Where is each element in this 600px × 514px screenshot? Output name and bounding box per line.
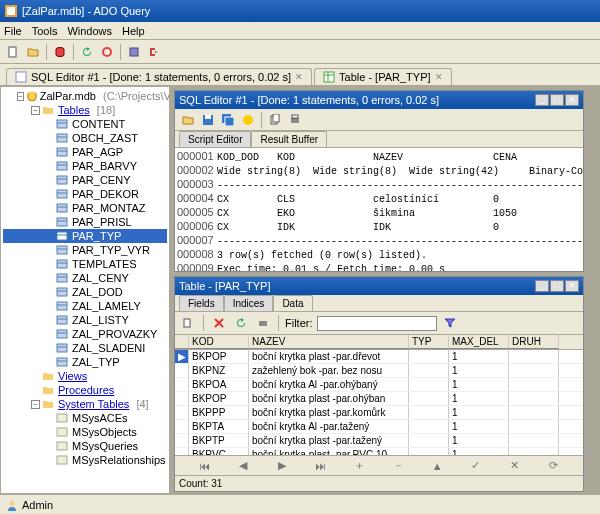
table-toolbar: Filter: — [175, 312, 583, 335]
maximize-icon[interactable]: □ — [550, 94, 564, 106]
menu-windows[interactable]: Windows — [67, 25, 112, 37]
close-icon[interactable]: ✕ — [435, 72, 443, 82]
next-icon[interactable]: ▶ — [272, 459, 292, 472]
tab-table-partyp[interactable]: Table - [PAR_TYP] ✕ — [314, 68, 452, 85]
print-icon[interactable] — [254, 314, 272, 332]
table-row[interactable]: BKPTAboční krytka Al -par.tažený1 — [175, 420, 583, 434]
table-row[interactable]: BKPNZzažehlený bok -par. bez nosu1 — [175, 364, 583, 378]
db-tree[interactable]: −ZalPar.mdb (C:\Projects\Vekra\ −Tables … — [0, 86, 170, 494]
result-buffer[interactable]: 000001KOD_DOD KOD NAZEV CENA 000002Wide … — [175, 148, 583, 271]
systables-count: [4] — [136, 398, 148, 410]
first-icon[interactable]: ⏮ — [194, 460, 214, 472]
tree-table-item[interactable]: PAR_BARVY — [3, 159, 167, 173]
tree-table-item[interactable]: OBCH_ZAST — [3, 131, 167, 145]
tree-table-item[interactable]: ZAL_PROVAZKY — [3, 327, 167, 341]
tree-procedures-node[interactable]: Procedures — [3, 383, 167, 397]
subtab-data[interactable]: Data — [273, 295, 312, 311]
refresh-icon[interactable]: ⟳ — [544, 459, 564, 472]
menu-help[interactable]: Help — [122, 25, 145, 37]
cancel-icon[interactable]: ✕ — [505, 459, 525, 472]
refresh-icon[interactable] — [232, 314, 250, 332]
tree-table-item[interactable]: PAR_TYP_VYR — [3, 243, 167, 257]
prev-icon[interactable]: ◀ — [233, 459, 253, 472]
tab-sql-editor[interactable]: SQL Editor #1 - [Done: 1 statements, 0 e… — [6, 68, 312, 85]
table-name: ZAL_TYP — [72, 356, 120, 368]
table-window-titlebar[interactable]: Table - [PAR_TYP] _□✕ — [175, 277, 583, 295]
print-icon[interactable] — [286, 111, 304, 129]
statusbar: Admin — [0, 494, 600, 514]
close-icon[interactable]: ✕ — [565, 94, 579, 106]
tree-db-node[interactable]: −ZalPar.mdb (C:\Projects\Vekra\ — [3, 89, 167, 103]
tree-table-item[interactable]: CONTENT — [3, 117, 167, 131]
settings-icon[interactable] — [125, 43, 143, 61]
table-name: ZAL_SLADENI — [72, 342, 145, 354]
tree-table-item[interactable]: PAR_DEKOR — [3, 187, 167, 201]
tree-views-node[interactable]: Views — [3, 369, 167, 383]
svg-rect-33 — [57, 274, 67, 282]
col-header[interactable]: DRUH — [509, 335, 559, 349]
tree-table-item[interactable]: ZAL_LAMELY — [3, 299, 167, 313]
svg-rect-6 — [16, 72, 26, 82]
copy-icon[interactable] — [266, 111, 284, 129]
col-header[interactable]: MAX_DEL — [449, 335, 509, 349]
tree-table-item[interactable]: ZAL_CENY — [3, 271, 167, 285]
tree-table-item[interactable]: ZAL_LISTY — [3, 313, 167, 327]
grid-body[interactable]: ▶BKPOPboční krytka plast -par.dřevot1BKP… — [175, 350, 583, 455]
filter-apply-icon[interactable] — [441, 314, 459, 332]
open-icon[interactable] — [179, 111, 197, 129]
col-header[interactable]: TYP — [409, 335, 449, 349]
maximize-icon[interactable]: □ — [550, 280, 564, 292]
col-header[interactable]: KOD — [189, 335, 249, 349]
minimize-icon[interactable]: _ — [535, 94, 549, 106]
tree-table-item[interactable]: PAR_CENY — [3, 173, 167, 187]
saveall-icon[interactable] — [219, 111, 237, 129]
tree-table-item[interactable]: ZAL_SLADENI — [3, 341, 167, 355]
add-icon[interactable]: ＋ — [350, 458, 370, 473]
tree-table-item[interactable]: PAR_PRISL — [3, 215, 167, 229]
close-icon[interactable]: ✕ — [295, 72, 303, 82]
tree-systable-item[interactable]: MSysQueries — [3, 439, 167, 453]
minimize-icon[interactable]: _ — [535, 280, 549, 292]
exit-icon[interactable] — [145, 43, 163, 61]
tree-table-item[interactable]: ZAL_TYP — [3, 355, 167, 369]
tree-table-item[interactable]: TEMPLATES — [3, 257, 167, 271]
subtab-result-buffer[interactable]: Result Buffer — [251, 131, 327, 147]
save-icon[interactable] — [199, 111, 217, 129]
table-row[interactable]: BKPPPboční krytka plast -par.komůrk1 — [175, 406, 583, 420]
refresh-icon[interactable] — [78, 43, 96, 61]
open-icon[interactable] — [24, 43, 42, 61]
tree-table-item[interactable]: PAR_AGP — [3, 145, 167, 159]
sql-window-titlebar[interactable]: SQL Editor #1 - [Done: 1 statements, 0 e… — [175, 91, 583, 109]
tree-systable-item[interactable]: MSysACEs — [3, 411, 167, 425]
table-row[interactable]: BKPOAboční krytka Al -par.ohýbaný1 — [175, 378, 583, 392]
subtab-indices[interactable]: Indices — [224, 295, 274, 311]
subtab-fields[interactable]: Fields — [179, 295, 224, 311]
tree-table-item[interactable]: PAR_MONTAZ — [3, 201, 167, 215]
menu-tools[interactable]: Tools — [32, 25, 58, 37]
stop-icon[interactable] — [98, 43, 116, 61]
post-icon[interactable]: ✓ — [466, 459, 486, 472]
tree-table-item[interactable]: PAR_TYP — [3, 229, 167, 243]
filter-input[interactable] — [317, 316, 437, 331]
last-icon[interactable]: ⏭ — [311, 460, 331, 472]
tree-systables-node[interactable]: −System Tables [4] — [3, 397, 167, 411]
close-icon[interactable]: ✕ — [565, 280, 579, 292]
table-row[interactable]: ▶BKPOPboční krytka plast -par.dřevot1 — [175, 350, 583, 364]
tree-table-item[interactable]: ZAL_DOD — [3, 285, 167, 299]
col-header[interactable]: NAZEV — [249, 335, 409, 349]
subtab-script-editor[interactable]: Script Editor — [179, 131, 251, 147]
tree-tables-node[interactable]: −Tables [18] — [3, 103, 167, 117]
delete-icon[interactable] — [210, 314, 228, 332]
table-row[interactable]: BKPTPboční krytka plast -par.tažený1 — [175, 434, 583, 448]
db-icon[interactable] — [51, 43, 69, 61]
tree-systable-item[interactable]: MSysObjects — [3, 425, 167, 439]
tree-systable-item[interactable]: MSysRelationships — [3, 453, 167, 467]
remove-icon[interactable]: － — [388, 458, 408, 473]
menu-file[interactable]: File — [4, 25, 22, 37]
table-row[interactable]: BKPOPboční krytka plast -par.ohýban1 — [175, 392, 583, 406]
run-icon[interactable] — [239, 111, 257, 129]
new-icon[interactable] — [4, 43, 22, 61]
copy-icon[interactable] — [179, 314, 197, 332]
table-row[interactable]: BKPVCboční krytka plast -par.PVC 101 — [175, 448, 583, 455]
edit-icon[interactable]: ▲ — [427, 460, 447, 472]
